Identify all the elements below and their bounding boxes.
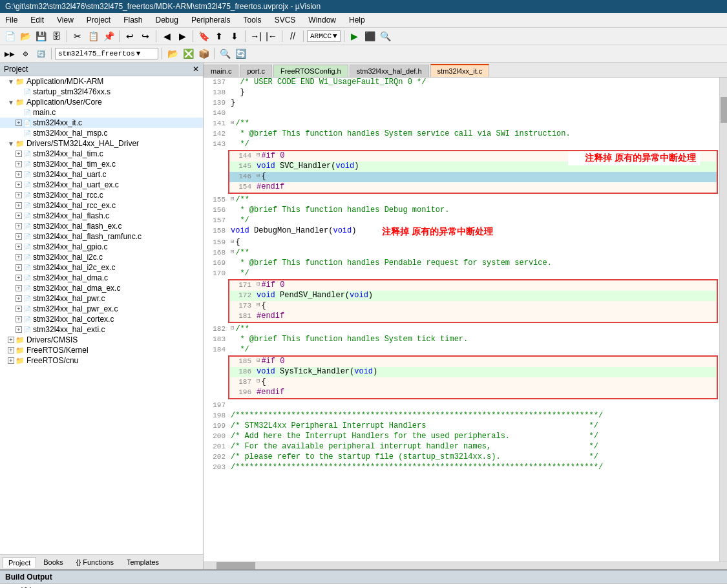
tree-file-tim-ex[interactable]: +📄stm32l4xx_hal_tim_ex.c <box>0 159 203 169</box>
fold-icon-173[interactable]: ⊟ <box>257 301 260 308</box>
fold-icon-171[interactable]: ⊟ <box>257 280 260 288</box>
comment-btn[interactable]: // <box>286 29 300 43</box>
menu-flash[interactable]: Flash <box>121 14 145 26</box>
new-file-btn[interactable]: 📄 <box>3 29 17 43</box>
tree-file-pwr-ex[interactable]: +📄stm32l4xx_hal_pwr_ex.c <box>0 304 203 314</box>
save-all-btn[interactable]: 🗄 <box>49 29 63 43</box>
fold-icon-146[interactable]: ⊟ <box>257 172 260 179</box>
run-btn[interactable]: ▶ <box>348 29 362 43</box>
tab-freertos-config[interactable]: FreeRTOSConfig.h <box>273 65 348 77</box>
bookmark-prev-btn[interactable]: ⬆ <box>212 29 226 43</box>
tree-file-flash-ex[interactable]: +📄stm32l4xx_hal_flash_ex.c <box>0 221 203 231</box>
tree-file-itc[interactable]: + 📄 stm32l4xx_it.c <box>0 118 203 128</box>
tree-file-flash[interactable]: +📄stm32l4xx_hal_flash.c <box>0 211 203 221</box>
tree-file-msp[interactable]: 📄 stm32l4xx_hal_msp.c <box>0 128 203 138</box>
fold-icon-155[interactable]: ⊟ <box>231 195 234 202</box>
tree-file-flash-ram[interactable]: +📄stm32l4xx_hal_flash_ramfunc.c <box>0 231 203 242</box>
debug-btn[interactable]: 🔍 <box>379 29 393 43</box>
save-btn[interactable]: 💾 <box>34 29 48 43</box>
paste-btn[interactable]: 📌 <box>101 29 116 43</box>
bookmark-next-btn[interactable]: ⬇ <box>227 29 242 43</box>
h-scrollbar[interactable] <box>204 562 727 569</box>
unindent-btn[interactable]: |← <box>264 29 279 43</box>
fold-icon-144[interactable]: ⊟ <box>257 151 260 158</box>
compile-btn[interactable]: ⚙ <box>18 47 32 61</box>
tab-port-c[interactable]: port.c <box>240 65 272 77</box>
tree-folder-hal[interactable]: ▼ 📁 Drivers/STM32L4xx_HAL_Driver <box>0 138 203 149</box>
menu-view[interactable]: View <box>54 14 76 26</box>
menu-debug[interactable]: Debug <box>153 14 181 26</box>
tree-file-i2c[interactable]: +📄stm32l4xx_hal_i2c.c <box>0 252 203 262</box>
menu-window[interactable]: Window <box>306 14 339 26</box>
bookmark-btn[interactable]: 🔖 <box>196 29 211 43</box>
tree-file-startup[interactable]: 📄 startup_stm32l476xx.s <box>0 87 203 97</box>
tab-it-c[interactable]: stm32l4xx_it.c <box>430 64 490 77</box>
armcc-dropdown[interactable]: ARMCC ▼ <box>307 30 341 42</box>
tree-label: stm32l4xx_hal_i2c_ex.c <box>33 263 115 272</box>
cut-btn[interactable]: ✂ <box>70 29 85 43</box>
tree-folder-mdk[interactable]: ▼ 📁 Application/MDK-ARM <box>0 76 203 87</box>
tree-file-dma-ex[interactable]: +📄stm32l4xx_hal_dma_ex.c <box>0 283 203 293</box>
menu-file[interactable]: File <box>3 14 20 26</box>
tree-file-i2c-ex[interactable]: +📄stm32l4xx_hal_i2c_ex.c <box>0 262 203 273</box>
tree-file-rcc[interactable]: +📄stm32l4xx_hal_rcc.c <box>0 190 203 200</box>
menu-peripherals[interactable]: Peripherals <box>189 14 233 26</box>
fold-icon-168[interactable]: ⊟ <box>231 248 234 255</box>
menu-project[interactable]: Project <box>84 14 113 26</box>
menu-edit[interactable]: Edit <box>28 14 47 26</box>
tab-main-c[interactable]: main.c <box>204 65 238 77</box>
open-btn[interactable]: 📂 <box>18 29 32 43</box>
tree-file-gpio[interactable]: +📄stm32l4xx_hal_gpio.c <box>0 242 203 252</box>
tree-file-uart-ex[interactable]: +📄stm32l4xx_hal_uart_ex.c <box>0 180 203 190</box>
tree-file-uart[interactable]: +📄stm32l4xx_hal_uart.c <box>0 169 203 180</box>
tab-hal-def[interactable]: stm32l4xx_hal_def.h <box>350 65 429 77</box>
h-scrollbar-thumb[interactable] <box>216 562 255 569</box>
indent-btn[interactable]: →| <box>249 29 263 43</box>
nav-back-btn[interactable]: ◀ <box>160 29 174 43</box>
stop-btn[interactable]: ⬛ <box>363 29 377 43</box>
nav-fwd-btn[interactable]: ▶ <box>175 29 189 43</box>
fold-icon-141[interactable]: ⊟ <box>231 119 234 126</box>
menu-help[interactable]: Help <box>346 14 368 26</box>
menu-svcs[interactable]: SVCS <box>272 14 299 26</box>
replace-btn[interactable]: 🔄 <box>233 47 248 61</box>
tab-books[interactable]: Books <box>37 556 69 568</box>
project-close-icon[interactable]: ✕ <box>193 65 199 74</box>
tree-file-pwr[interactable]: +📄stm32l4xx_hal_pwr.c <box>0 293 203 304</box>
build-btn[interactable]: ▶▶ <box>3 47 17 61</box>
menu-tools[interactable]: Tools <box>241 14 264 26</box>
tree-folder-freertos[interactable]: + 📁 FreeRTOS/Kernel <box>0 345 203 355</box>
tree-folder-user[interactable]: ▼ 📁 Application/User/Core <box>0 97 203 107</box>
open-proj-btn[interactable]: 📂 <box>165 47 180 61</box>
tree-file-dma[interactable]: +📄stm32l4xx_hal_dma.c <box>0 273 203 283</box>
close-proj-btn[interactable]: ❎ <box>181 47 195 61</box>
undo-btn[interactable]: ↩ <box>123 29 137 43</box>
fold-icon-187[interactable]: ⊟ <box>257 377 260 384</box>
tree-label: stm32l4xx_hal_uart_ex.c <box>33 180 119 189</box>
sep5 <box>245 30 246 42</box>
redo-btn[interactable]: ↪ <box>138 29 153 43</box>
tree-folder-cmsis[interactable]: + 📁 Drivers/CMSIS <box>0 335 203 345</box>
code-editor[interactable]: 137 /* USER CODE END W1_UsageFault_IRQn … <box>204 78 719 562</box>
tab-project[interactable]: Project <box>3 557 36 568</box>
tree-file-exti[interactable]: +📄stm32l4xx_hal_exti.c <box>0 324 203 335</box>
tree-file-rcc-ex[interactable]: +📄stm32l4xx_hal_rcc_ex.c <box>0 200 203 211</box>
search-btn[interactable]: 🔍 <box>218 47 232 61</box>
project-panel: Project ✕ ▼ 📁 Application/MDK-ARM 📄 star… <box>0 63 204 569</box>
editor-scrollbar[interactable] <box>719 78 727 562</box>
tree-folder-cnu[interactable]: + 📁 FreeRTOS/cnu <box>0 355 203 366</box>
tree-file-tim[interactable]: +📄stm32l4xx_hal_tim.c <box>0 149 203 159</box>
copy-btn[interactable]: 📋 <box>86 29 100 43</box>
code-line-155: 155 ⊟ /** <box>204 195 719 205</box>
tree-file-cortex[interactable]: +📄stm32l4xx_hal_cortex.c <box>0 314 203 324</box>
tab-templates[interactable]: Templates <box>121 556 165 568</box>
scrollbar-thumb[interactable] <box>721 97 727 123</box>
fold-icon-159[interactable]: ⊟ <box>231 238 234 245</box>
tab-functions[interactable]: {} Functions <box>70 556 120 568</box>
tree-file-mainc[interactable]: 📄 main.c <box>0 107 203 118</box>
pkg-btn[interactable]: 📦 <box>196 47 211 61</box>
fold-icon-185[interactable]: ⊟ <box>257 357 260 364</box>
fold-icon-182[interactable]: ⊟ <box>231 324 234 331</box>
target-dropdown[interactable]: stm32l475_freertos ▼ <box>55 48 158 59</box>
rebuild-btn[interactable]: 🔄 <box>34 47 48 61</box>
